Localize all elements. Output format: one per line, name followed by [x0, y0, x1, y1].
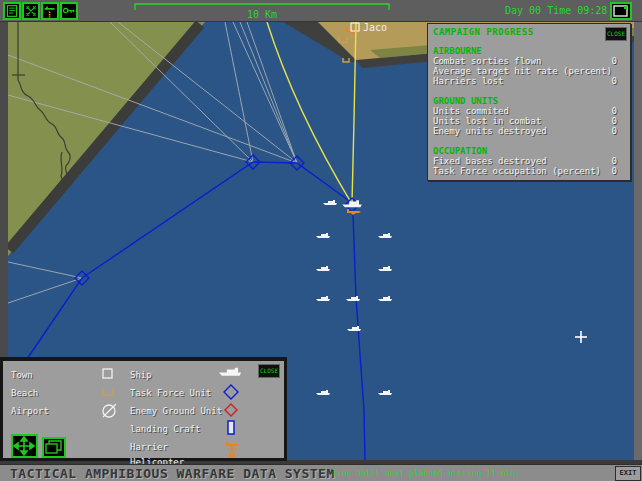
stat-row: Units lost in combat 0: [433, 116, 625, 126]
legend-item-beach: Beach: [11, 388, 38, 398]
landing-craft-icon: [228, 421, 234, 434]
ship-icon: [219, 368, 241, 376]
airport-icon: [103, 404, 116, 417]
screen-toggle-button[interactable]: [610, 2, 632, 20]
beach-icon: [103, 389, 113, 395]
stat-value: 0: [612, 126, 617, 136]
stat-value: 0: [612, 116, 617, 126]
report-icon: [5, 4, 19, 18]
section-header: OCCUPATION: [433, 146, 625, 156]
close-button[interactable]: CLOSE: [258, 364, 280, 378]
day-time-display: Day 00 Time 09:28: [505, 5, 607, 16]
pan-arrows-icon: [13, 436, 36, 456]
stat-row: Average target hit rate (percent): [433, 66, 625, 76]
stat-value: 0: [612, 166, 617, 176]
top-toolbar: 10 Km Day 00 Time 09:28: [0, 0, 642, 22]
close-button[interactable]: CLOSE: [605, 27, 627, 41]
key-icon: [62, 4, 76, 18]
harrier-icon: [43, 4, 57, 18]
section-header: AIRBOURNE: [433, 46, 625, 56]
map-scale-bar: 10 Km: [134, 3, 390, 21]
stat-row: Harriers lost 0: [433, 76, 625, 86]
exit-button[interactable]: EXIT: [615, 466, 641, 481]
legend-item-town: Town: [11, 370, 33, 380]
stat-value: 0: [612, 156, 617, 166]
task-force-icon: [224, 385, 238, 399]
legend-item-task-force: Task Force Unit: [130, 388, 211, 398]
panel-title: CAMPAIGN PROGRESS: [433, 27, 534, 37]
bottom-status-bar: TACTICAL AMPHIBIOUS WARFARE DATA SYSTEM …: [0, 464, 642, 481]
stat-row: Fixed bases destroyed 0: [433, 156, 625, 166]
window-icon: [612, 4, 630, 18]
map-legend-panel: CLOSE Town Beach Airport Ship Task Force…: [0, 357, 287, 461]
stat-row: Combat sorties flown 0: [433, 56, 625, 66]
town-icon: [103, 369, 112, 378]
campaign-progress-panel: CAMPAIGN PROGRESS CLOSE AIRBOURNE Combat…: [427, 23, 631, 181]
harrier-ops-button[interactable]: [41, 2, 59, 20]
legend-item-ship: Ship: [130, 370, 152, 380]
legend-item-harrier: Harrier: [130, 442, 168, 452]
stat-row: Task Force occupation (percent) 0: [433, 166, 625, 176]
stat-value: 0: [612, 76, 617, 86]
stat-row: Enemy units destroyed 0: [433, 126, 625, 136]
helicopter-icon: [227, 449, 237, 457]
town-label: Jaco: [363, 22, 387, 33]
key-button[interactable]: [60, 2, 78, 20]
harrier-icon: [226, 442, 240, 448]
section-header: GROUND UNITS: [433, 96, 625, 106]
stat-value: 0: [612, 56, 617, 66]
report-button[interactable]: [3, 2, 21, 20]
mission-countdown: Time until next planned mission 11 min.: [332, 469, 520, 478]
crossed-swords-icon: [24, 4, 38, 18]
scale-label: 10 Km: [134, 9, 390, 20]
stat-value: 0: [612, 106, 617, 116]
legend-item-enemy-ground: Enemy Ground Unit: [130, 406, 222, 416]
overlapping-windows-icon: [44, 439, 64, 456]
app-title: TACTICAL AMPHIBIOUS WARFARE DATA SYSTEM: [10, 466, 335, 481]
app-window: Jaco: [0, 0, 642, 481]
stat-row: Units commited 0: [433, 106, 625, 116]
windows-button[interactable]: [42, 437, 66, 458]
combat-button[interactable]: [22, 2, 40, 20]
enemy-ground-icon: [225, 404, 237, 416]
pan-map-button[interactable]: [11, 434, 38, 458]
legend-item-airport: Airport: [11, 406, 49, 416]
legend-item-landing-craft: landing Craft: [130, 424, 200, 434]
